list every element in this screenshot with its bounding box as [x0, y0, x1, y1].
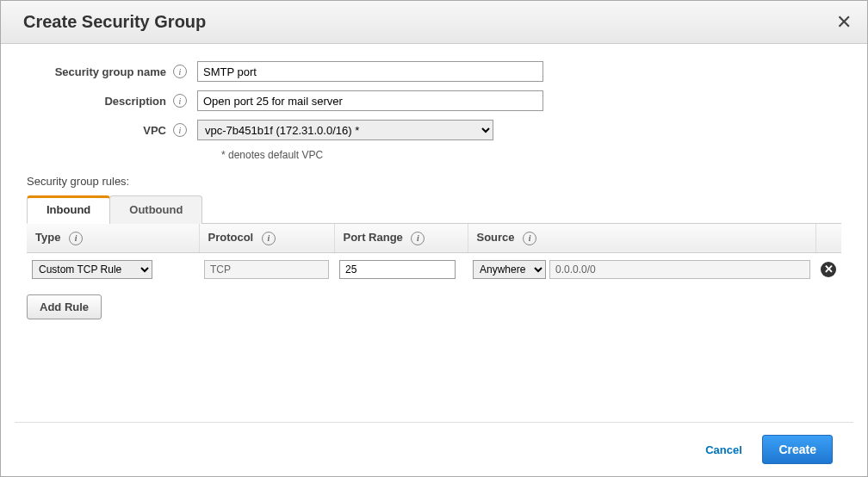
- vpc-hint: * denotes default VPC: [221, 149, 841, 161]
- rule-source-value-input[interactable]: [549, 260, 810, 279]
- label-description: Description: [27, 95, 173, 108]
- table-row: Custom TCP Rule TCP Anywhere: [27, 252, 841, 286]
- rule-type-select[interactable]: Custom TCP Rule: [32, 260, 152, 279]
- header-protocol-text: Protocol: [208, 231, 254, 244]
- create-button[interactable]: Create: [762, 435, 833, 464]
- remove-rule-icon[interactable]: ✕: [821, 262, 836, 277]
- dialog-body: Security group name i Description i VPC …: [1, 44, 867, 319]
- info-icon[interactable]: i: [173, 123, 187, 137]
- rules-table: Type i Protocol i Port Range i Source i: [27, 224, 841, 286]
- header-port-range: Port Range i: [334, 224, 468, 252]
- rules-section-label: Security group rules:: [27, 175, 841, 188]
- rule-port-range-input[interactable]: [339, 260, 456, 279]
- info-icon[interactable]: i: [411, 232, 425, 245]
- info-icon[interactable]: i: [523, 232, 536, 245]
- row-group-name: Security group name i: [27, 61, 841, 82]
- rules-tabs: Inbound Outbound: [27, 195, 841, 224]
- cancel-button[interactable]: Cancel: [705, 443, 742, 456]
- dialog-title: Create Security Group: [23, 12, 206, 32]
- header-remove: [815, 224, 841, 252]
- rule-source-mode-select[interactable]: Anywhere: [473, 260, 546, 279]
- row-description: Description i: [27, 90, 841, 111]
- close-icon[interactable]: ✕: [836, 13, 852, 32]
- vpc-select[interactable]: vpc-7b451b1f (172.31.0.0/16) *: [197, 120, 493, 140]
- tab-outbound[interactable]: Outbound: [109, 195, 202, 224]
- label-vpc: VPC: [27, 124, 173, 137]
- header-source-text: Source: [477, 231, 515, 244]
- label-group-name: Security group name: [27, 65, 173, 78]
- info-icon[interactable]: i: [69, 232, 83, 245]
- info-icon[interactable]: i: [173, 94, 187, 108]
- info-icon[interactable]: i: [173, 65, 187, 78]
- dialog-footer: Cancel Create: [15, 422, 853, 476]
- tab-inbound[interactable]: Inbound: [27, 195, 110, 224]
- security-group-name-input[interactable]: [197, 61, 543, 82]
- header-type: Type i: [27, 224, 199, 252]
- dialog-header: Create Security Group ✕: [1, 1, 867, 44]
- rule-protocol-field: TCP: [204, 260, 329, 279]
- description-input[interactable]: [197, 90, 543, 111]
- create-security-group-dialog: Create Security Group ✕ Security group n…: [0, 0, 868, 477]
- header-port-text: Port Range: [344, 231, 403, 244]
- row-vpc: VPC i vpc-7b451b1f (172.31.0.0/16) *: [27, 120, 841, 140]
- header-source: Source i: [468, 224, 815, 252]
- header-protocol: Protocol i: [199, 224, 334, 252]
- info-icon[interactable]: i: [262, 232, 276, 245]
- add-rule-button[interactable]: Add Rule: [27, 294, 102, 319]
- header-type-text: Type: [35, 231, 60, 244]
